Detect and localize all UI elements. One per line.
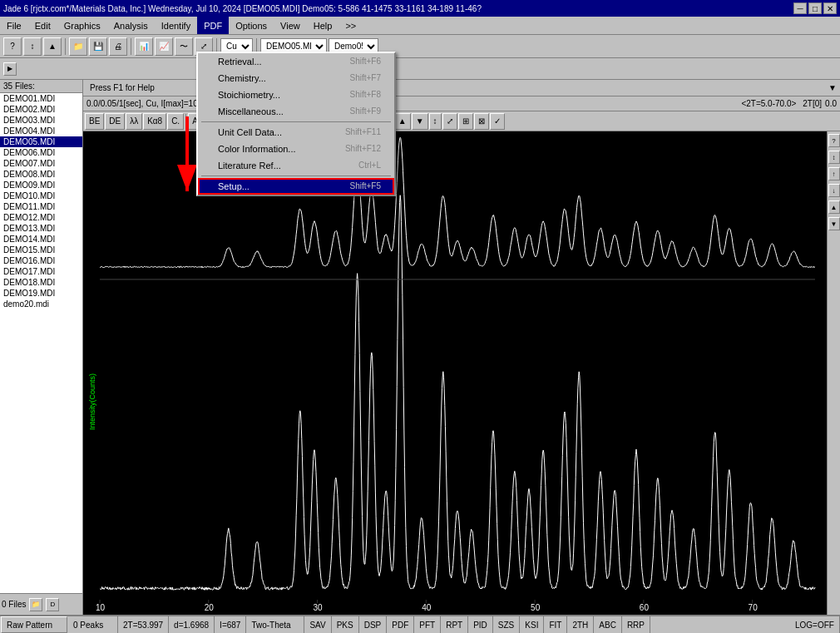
sb-2th-btn[interactable]: 2TH (567, 616, 594, 633)
ct-be-btn[interactable]: BE (85, 113, 104, 130)
file-item[interactable]: DEMO17.MDI (0, 266, 82, 277)
file-item[interactable]: DEMO19.MDI (0, 288, 82, 299)
sb-szs-btn[interactable]: SZS (493, 616, 520, 633)
file-item[interactable]: DEMO13.MDI (0, 223, 82, 234)
tb-graph-btn[interactable]: 📈 (155, 37, 173, 56)
ct-lambda-btn[interactable]: λλ (126, 113, 142, 130)
folder-btn[interactable]: 📁 (29, 598, 42, 611)
file-item[interactable]: DEMO06.MDI (0, 147, 82, 158)
sb-dsp-btn[interactable]: DSP (359, 616, 388, 633)
sb-rpt-btn[interactable]: RPT (441, 616, 468, 633)
dd-unit-cell[interactable]: Unit Cell Data... Shift+F11 (198, 124, 394, 141)
file-item[interactable]: DEMO01.MDI (0, 93, 82, 104)
file-item[interactable]: DEMO10.MDI (0, 190, 82, 201)
ct-zoom-btn[interactable]: ⤢ (442, 113, 457, 130)
rb-updown-btn[interactable]: ↕ (828, 151, 840, 164)
file-item[interactable]: demo20.mdi (0, 299, 82, 309)
sb-fit-btn[interactable]: FIT (544, 616, 567, 633)
file-item[interactable]: DEMO15.MDI (0, 245, 82, 255)
file-list[interactable]: DEMO01.MDI DEMO02.MDI DEMO03.MDI DEMO04.… (0, 93, 82, 593)
toolbar1: ? ↕ ▲ 📁 💾 🖨 📊 📈 〜 ⤢ Cu DEMO05.MDI Demo05… (0, 35, 840, 58)
chart-value: 0.0 (825, 99, 837, 108)
file-item[interactable]: DEMO02.MDI (0, 104, 82, 115)
ct-de-btn[interactable]: DE (105, 113, 125, 130)
menu-view[interactable]: View (274, 17, 307, 34)
rb-help-btn[interactable]: ? (828, 134, 840, 147)
sb-sav-btn[interactable]: SAV (304, 616, 331, 633)
ct-mark-btn[interactable]: ✓ (490, 113, 505, 130)
tb-open-btn[interactable]: 📁 (69, 37, 87, 56)
tb-save-btn[interactable]: 💾 (89, 37, 107, 56)
dd-stoichiometry-shortcut: Shift+F8 (349, 90, 381, 100)
rb-down-btn[interactable]: ↓ (828, 184, 840, 197)
dd-color-info[interactable]: Color Information... Shift+F12 (198, 141, 394, 157)
file-item[interactable]: DEMO08.MDI (0, 169, 82, 180)
spectrum-chart[interactable] (83, 131, 823, 615)
sb-log-off[interactable]: LOG=OFF (790, 616, 840, 633)
dd-setup[interactable]: Setup... Shift+F5 (198, 178, 394, 195)
ct-down-btn[interactable]: ▼ (412, 113, 428, 130)
tb-chart-btn[interactable]: 📊 (135, 37, 153, 56)
tb-help-btn[interactable]: ? (3, 37, 22, 56)
dd-color-info-label: Color Information... (218, 144, 296, 154)
sb-ksi-btn[interactable]: KSI (520, 616, 544, 633)
menu-help[interactable]: Help (307, 17, 339, 34)
tb-wave-btn[interactable]: 〜 (175, 37, 193, 56)
ct-max-btn[interactable]: ⊠ (474, 113, 489, 130)
minimize-button[interactable]: ─ (793, 2, 807, 14)
dd-literature-ref-shortcut: Ctrl+L (358, 161, 381, 171)
rb-pgdn-btn[interactable]: ▼ (828, 217, 840, 230)
menu-analysis[interactable]: Analysis (107, 17, 155, 34)
sb-rrp-btn[interactable]: RRP (622, 616, 650, 633)
db-btn[interactable]: D (46, 598, 59, 611)
dd-literature-ref[interactable]: Literature Ref... Ctrl+L (198, 157, 394, 174)
scroll-arrow[interactable]: ▼ (828, 83, 837, 92)
dd-chemistry-shortcut: Shift+F7 (349, 73, 381, 83)
file-item[interactable]: DEMO11.MDI (0, 201, 82, 212)
tb2-small-btn[interactable]: ▶ (3, 62, 17, 76)
sb-abc-btn[interactable]: ABC (594, 616, 622, 633)
left-panel: 35 Files: DEMO01.MDI DEMO02.MDI DEMO03.M… (0, 80, 83, 615)
ct-scale-btn[interactable]: ↕ (429, 113, 442, 130)
ct-up-btn[interactable]: ▲ (394, 113, 411, 130)
sb-pid-btn[interactable]: PID (468, 616, 493, 633)
file-item[interactable]: DEMO18.MDI (0, 277, 82, 288)
menu-file[interactable]: File (0, 17, 28, 34)
menu-identify[interactable]: Identify (155, 17, 197, 34)
sb-angle: 2T=53.997 (118, 616, 169, 633)
ct-c-btn[interactable]: C. (167, 113, 184, 130)
ct-fit-btn[interactable]: ⊞ (458, 113, 473, 130)
menu-more[interactable]: >> (338, 17, 363, 34)
sb-pft-btn[interactable]: PFT (414, 616, 441, 633)
help-prompt: Press F1 for Help (86, 82, 158, 93)
tb-up-btn[interactable]: ▲ (43, 37, 62, 56)
file-item[interactable]: DEMO09.MDI (0, 180, 82, 190)
tb-arrow-btn[interactable]: ↕ (23, 37, 42, 56)
menu-edit[interactable]: Edit (28, 17, 57, 34)
rb-up-btn[interactable]: ↑ (828, 167, 840, 181)
dd-miscellaneous[interactable]: Miscellaneous... Shift+F9 (198, 103, 394, 120)
file-item[interactable]: DEMO14.MDI (0, 234, 82, 245)
dd-retrieval[interactable]: Retrieval... Shift+F6 (198, 53, 394, 70)
close-button[interactable]: ✕ (823, 2, 837, 14)
right-buttons: ? ↕ ↑ ↓ ▲ ▼ (827, 131, 840, 615)
menu-options[interactable]: Options (229, 17, 274, 34)
menu-graphics[interactable]: Graphics (57, 17, 107, 34)
file-item[interactable]: DEMO04.MDI (0, 126, 82, 136)
file-item[interactable]: DEMO03.MDI (0, 115, 82, 126)
chart-mode: 2T[0] (803, 99, 822, 108)
rb-pgup-btn[interactable]: ▲ (828, 200, 840, 214)
dd-chemistry[interactable]: Chemistry... Shift+F7 (198, 70, 394, 87)
tb-print-btn[interactable]: 🖨 (109, 37, 127, 56)
file-item[interactable]: DEMO16.MDI (0, 255, 82, 266)
file-item-selected[interactable]: DEMO05.MDI (0, 136, 82, 147)
file-item[interactable]: DEMO12.MDI (0, 212, 82, 223)
sb-pdf-btn[interactable]: PDF (387, 616, 414, 633)
ct-ka-btn[interactable]: Κα8 (143, 113, 166, 130)
file-item[interactable]: DEMO07.MDI (0, 158, 82, 169)
maximize-button[interactable]: □ (808, 2, 822, 14)
sb-pks-btn[interactable]: PKS (332, 616, 359, 633)
main-area: 35 Files: DEMO01.MDI DEMO02.MDI DEMO03.M… (0, 80, 840, 615)
menu-pdf[interactable]: PDF (197, 17, 229, 34)
dd-stoichiometry[interactable]: Stoichiometry... Shift+F8 (198, 87, 394, 103)
